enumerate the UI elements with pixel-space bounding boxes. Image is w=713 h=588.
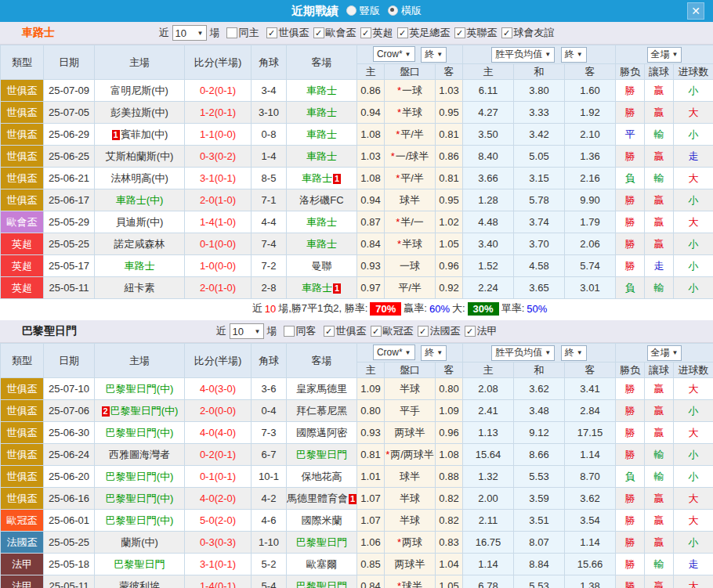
odds-final-dropdown[interactable]: 終▼ — [421, 345, 447, 361]
close-button[interactable]: ✕ — [687, 2, 704, 20]
team-section: 巴黎聖日門 近 10▼ 場 同客 ✓世俱盃✓歐冠盃✓法國盃✓法甲 類型 日期 主… — [0, 320, 713, 588]
corner-score: 2-8 — [252, 277, 287, 299]
sub-header-result: 勝负 — [616, 64, 645, 80]
fullmatch-dropdown[interactable]: 全場▼ — [647, 47, 682, 63]
checkbox-unchecked-icon[interactable] — [284, 326, 295, 337]
avg-away-odds: 1.79 — [565, 211, 616, 233]
away-odds: 1.05 — [436, 575, 463, 588]
match-date: 25-06-25 — [44, 146, 95, 168]
team-label: 蒙彼利埃 — [119, 580, 160, 588]
checkbox-checked-icon[interactable]: ✓ — [266, 27, 277, 38]
avg-draw-odds: 5.05 — [514, 146, 565, 168]
sub-header-goals: 进球数 — [674, 64, 713, 80]
league-filter[interactable]: ✓英足總盃 — [397, 26, 451, 40]
league-filter[interactable]: ✓歐冠盃 — [371, 324, 414, 338]
dropdown-arrow-icon: ▼ — [255, 328, 261, 335]
match-result: 勝 — [616, 255, 645, 277]
home-odds: 1.07 — [357, 488, 385, 510]
league-type-badge: 世俱盃 — [1, 168, 44, 189]
titlebar: 近期戰績 豎版橫版 ✕ — [0, 0, 713, 22]
avg-odds-dropdown[interactable]: 胜平负均值▼ — [491, 345, 555, 361]
checkbox-checked-icon[interactable]: ✓ — [501, 27, 512, 38]
match-row: 世俱盃25-07-062巴黎聖日門(中)2-0(0-0)0-4拜仁慕尼黑0.80… — [1, 400, 713, 422]
team-label: 巴黎聖日門(中) — [106, 514, 174, 526]
layout-radio[interactable]: 豎版 — [346, 4, 380, 18]
match-result: 勝 — [616, 510, 645, 532]
team-label: 馬德里體育會 — [287, 492, 348, 504]
away-odds: 1.02 — [436, 211, 463, 233]
away-team: 車路士 — [287, 146, 357, 168]
checkbox-checked-icon[interactable]: ✓ — [360, 27, 371, 38]
team-label: 巴黎聖日門(中) — [106, 471, 174, 482]
away-team: 車路士 — [287, 211, 357, 233]
radio-selected-icon[interactable] — [388, 5, 398, 16]
odds-final-dropdown[interactable]: 終▼ — [421, 47, 447, 63]
league-type-label: 世俱盃 — [7, 128, 38, 140]
checkbox-checked-icon[interactable]: ✓ — [397, 27, 408, 38]
league-type-label: 英超 — [12, 282, 32, 294]
match-count-select[interactable]: 10▼ — [172, 25, 207, 41]
league-type-badge: 法甲 — [1, 575, 44, 588]
odds-source-dropdown[interactable]: Crow*▼ — [373, 345, 415, 360]
sub-header-handicap-result: 讓球 — [645, 64, 674, 80]
league-filter[interactable]: ✓英聯盃 — [454, 26, 498, 40]
avg-home-odds: 6.11 — [463, 80, 514, 102]
avg-draw-odds: 5.53 — [514, 575, 565, 588]
league-filter[interactable]: ✓法甲 — [465, 324, 498, 338]
league-filter[interactable]: ✓球會友誼 — [501, 26, 555, 40]
avg-odds-dropdown[interactable]: 胜平负均值▼ — [491, 47, 555, 63]
avg-final-dropdown[interactable]: 終▼ — [561, 345, 587, 361]
checkbox-checked-icon[interactable]: ✓ — [465, 326, 476, 337]
league-filter[interactable]: ✓英超 — [360, 26, 393, 40]
win-rate-badge: 70% — [370, 302, 401, 316]
rank-badge: 2 — [102, 406, 110, 417]
match-row: 世俱盃25-06-24西雅圖海灣者0-2(0-1)6-7巴黎聖日門0.81*两/… — [1, 444, 713, 466]
avg-draw-odds: 4.58 — [514, 255, 565, 277]
handicap-result: 贏 — [645, 233, 674, 255]
checkbox-unchecked-icon[interactable] — [226, 27, 237, 38]
layout-radio[interactable]: 橫版 — [388, 4, 422, 18]
same-venue-filter[interactable]: 同主 — [226, 26, 259, 40]
league-type-label: 世俱盃 — [7, 471, 38, 482]
avg-away-odds: 2.16 — [565, 168, 616, 189]
checkbox-checked-icon[interactable]: ✓ — [324, 326, 335, 337]
asterisk-mark: * — [397, 238, 401, 250]
avg-away-odds: 1.14 — [565, 444, 616, 466]
handicap-result: 贏 — [645, 510, 674, 532]
league-filter[interactable]: ✓歐會盃 — [313, 26, 356, 40]
checkbox-checked-icon[interactable]: ✓ — [313, 27, 324, 38]
match-row: 法甲25-05-11蒙彼利埃1-4(0-1)5-4巴黎聖日門0.84*球半1.0… — [1, 575, 713, 588]
checkbox-checked-icon[interactable]: ✓ — [418, 326, 429, 337]
team-label: 車路士 — [302, 282, 332, 294]
league-filter[interactable]: ✓法國盃 — [418, 324, 461, 338]
avg-final-dropdown[interactable]: 終▼ — [561, 47, 587, 63]
away-team: 歐塞爾 — [287, 554, 357, 575]
avg-away-odds: 8.70 — [565, 466, 616, 488]
match-count-select[interactable]: 10▼ — [230, 323, 264, 339]
avg-away-odds: 2.84 — [565, 400, 616, 422]
score: 5-0(2-0) — [185, 510, 252, 532]
league-type-badge: 英超 — [1, 233, 44, 255]
odds-source-dropdown[interactable]: Crow*▼ — [373, 46, 415, 62]
away-team: 巴黎聖日門 — [287, 532, 357, 554]
league-filters: ✓世俱盃✓歐冠盃✓法國盃✓法甲 — [320, 324, 498, 338]
league-filter[interactable]: ✓世俱盃 — [266, 26, 309, 40]
league-type-label: 法國盃 — [7, 536, 38, 548]
league-filter[interactable]: ✓世俱盃 — [324, 324, 367, 338]
league-type-badge: 世俱盃 — [1, 488, 44, 510]
checkbox-checked-icon[interactable]: ✓ — [371, 326, 382, 337]
col-header-date: 日期 — [44, 45, 95, 80]
score: 2-0(1-0) — [185, 189, 252, 211]
handicap: 平/半 — [385, 277, 436, 299]
match-date: 25-07-09 — [44, 80, 95, 102]
home-team: 富明尼斯(中) — [95, 80, 185, 102]
match-result: 負 — [616, 277, 645, 299]
same-venue-filter[interactable]: 同客 — [284, 324, 317, 338]
radio-icon[interactable] — [346, 5, 356, 16]
avg-away-odds: 1.38 — [565, 575, 616, 588]
team-label: 賓菲加(中) — [121, 128, 168, 140]
checkbox-checked-icon[interactable]: ✓ — [454, 27, 465, 38]
fullmatch-dropdown[interactable]: 全場▼ — [647, 345, 682, 361]
sub-header-result: 勝负 — [616, 363, 645, 378]
handicap: *球半 — [385, 575, 436, 588]
